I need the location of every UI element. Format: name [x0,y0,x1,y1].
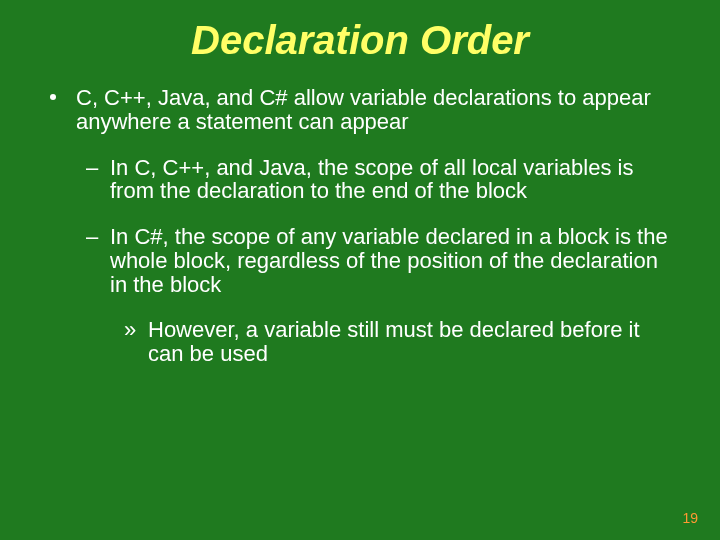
bullet-level-3: » However, a variable still must be decl… [40,318,680,366]
bullet-text: In C, C++, and Java, the scope of all lo… [110,155,633,204]
dash-icon: – [86,156,98,180]
dot-icon [50,94,56,100]
bullet-text: C, C++, Java, and C# allow variable decl… [76,85,651,134]
bullet-text: However, a variable still must be declar… [148,317,640,366]
page-number: 19 [682,510,698,526]
slide-title: Declaration Order [40,18,680,62]
slide: Declaration Order C, C++, Java, and C# a… [0,0,720,540]
dash-icon: – [86,225,98,249]
bullet-text: In C#, the scope of any variable declare… [110,224,668,297]
bullet-level-2: – In C#, the scope of any variable decla… [40,225,680,296]
bullet-level-2: – In C, C++, and Java, the scope of all … [40,156,680,204]
bullet-level-1: C, C++, Java, and C# allow variable decl… [40,86,680,134]
raquo-icon: » [124,318,136,342]
